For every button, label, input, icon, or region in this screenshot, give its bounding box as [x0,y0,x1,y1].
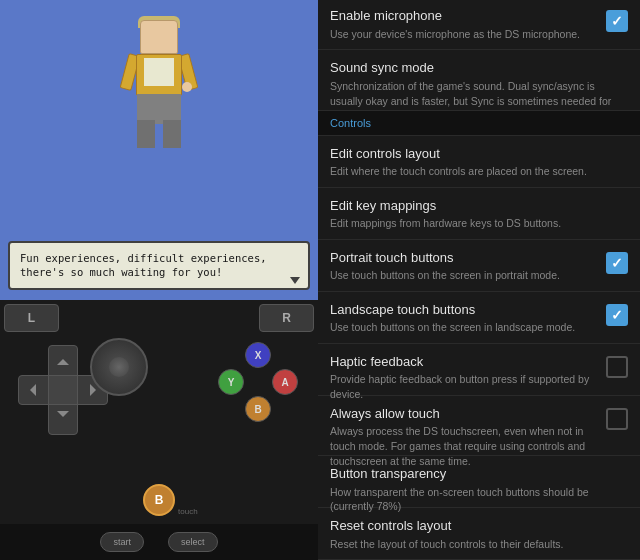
l-button[interactable]: L [4,304,59,332]
portrait-touch-text: Portrait touch buttons Use touch buttons… [330,250,598,283]
settings-item-sound-sync[interactable]: Sound sync mode Synchronization of the g… [318,50,640,110]
dpad-down-arrow [57,411,69,423]
lr-buttons: L R [0,304,318,332]
edit-keymappings-desc: Edit mappings from hardware keys to DS b… [330,216,620,231]
landscape-touch-desc: Use touch buttons on the screen in lands… [330,320,598,335]
game-screen: Fun experiences, difficult experiences, … [0,0,318,300]
portrait-touch-title: Portrait touch buttons [330,250,598,266]
edit-controls-text: Edit controls layout Edit where the touc… [330,146,620,179]
edit-keymappings-text: Edit key mappings Edit mappings from har… [330,198,620,231]
b-button-large[interactable]: B [143,484,175,516]
dpad-up-arrow [57,353,69,365]
start-button[interactable]: start [100,532,144,552]
controls-area: L R X A Y [0,300,318,560]
game-panel: Fun experiences, difficult experiences, … [0,0,318,560]
controls-section-header: Controls [318,111,640,136]
sprite-leg-left [137,120,155,148]
settings-item-edit-controls[interactable]: Edit controls layout Edit where the touc… [318,136,640,188]
settings-item-portrait-touch[interactable]: Portrait touch buttons Use touch buttons… [318,240,640,292]
haptic-feedback-checkbox[interactable] [606,356,628,378]
edit-controls-desc: Edit where the touch controls are placed… [330,164,620,179]
r-button[interactable]: R [259,304,314,332]
settings-item-edit-keymappings[interactable]: Edit key mappings Edit mappings from har… [318,188,640,240]
settings-item-always-allow-touch[interactable]: Always allow touch Always process the DS… [318,396,640,456]
sprite-shirt [144,58,174,86]
settings-item-button-transparency[interactable]: Button transparency How transparent the … [318,456,640,508]
dialog-box: Fun experiences, difficult experiences, … [8,241,310,290]
button-transparency-title: Button transparency [330,466,620,482]
edit-controls-title: Edit controls layout [330,146,620,162]
dpad-center [48,375,78,405]
reset-controls-desc: Reset the layout of touch controls to th… [330,537,620,552]
sprite-head [140,20,178,54]
settings-item-landscape-touch[interactable]: Landscape touch buttons Use touch button… [318,292,640,344]
a-button[interactable]: A [272,369,298,395]
haptic-feedback-text: Haptic feedback Provide haptic feedback … [330,354,598,402]
enable-mic-checkbox[interactable] [606,10,628,32]
dialog-arrow [290,277,300,284]
portrait-touch-checkbox[interactable] [606,252,628,274]
landscape-touch-text: Landscape touch buttons Use touch button… [330,302,598,335]
select-button[interactable]: select [168,532,218,552]
enable-mic-title: Enable microphone [330,8,598,24]
enable-mic-text: Enable microphone Use your device's micr… [330,8,598,41]
bottom-bar: start select [0,524,318,560]
haptic-feedback-title: Haptic feedback [330,354,598,370]
enable-mic-desc: Use your device's microphone as the DS m… [330,27,598,42]
reset-controls-title: Reset controls layout [330,518,620,534]
edit-keymappings-title: Edit key mappings [330,198,620,214]
settings-item-enable-microphone[interactable]: Enable microphone Use your device's micr… [318,0,640,50]
sound-sync-title: Sound sync mode [330,60,620,76]
settings-panel: Enable microphone Use your device's micr… [318,0,640,560]
always-allow-touch-title: Always allow touch [330,406,598,422]
sprite-leg-right [163,120,181,148]
dpad-left-arrow [24,384,36,396]
settings-item-haptic-feedback[interactable]: Haptic feedback Provide haptic feedback … [318,344,640,396]
touch-label: touch [178,507,198,516]
landscape-touch-title: Landscape touch buttons [330,302,598,318]
button-transparency-text: Button transparency How transparent the … [330,466,620,514]
character-sprite [124,20,194,150]
b-button-small[interactable]: B [245,396,271,422]
dialog-text: Fun experiences, difficult experiences, … [20,252,267,279]
abxy-group: X A Y B [218,342,298,422]
sprite-hand-right [182,82,192,92]
reset-controls-text: Reset controls layout Reset the layout o… [330,518,620,551]
circle-pad[interactable] [90,338,148,396]
x-button[interactable]: X [245,342,271,368]
always-allow-touch-checkbox[interactable] [606,408,628,430]
settings-item-reset-controls[interactable]: Reset controls layout Reset the layout o… [318,508,640,560]
circle-pad-inner [109,357,129,377]
landscape-touch-checkbox[interactable] [606,304,628,326]
portrait-touch-desc: Use touch buttons on the screen in portr… [330,268,598,283]
y-button[interactable]: Y [218,369,244,395]
